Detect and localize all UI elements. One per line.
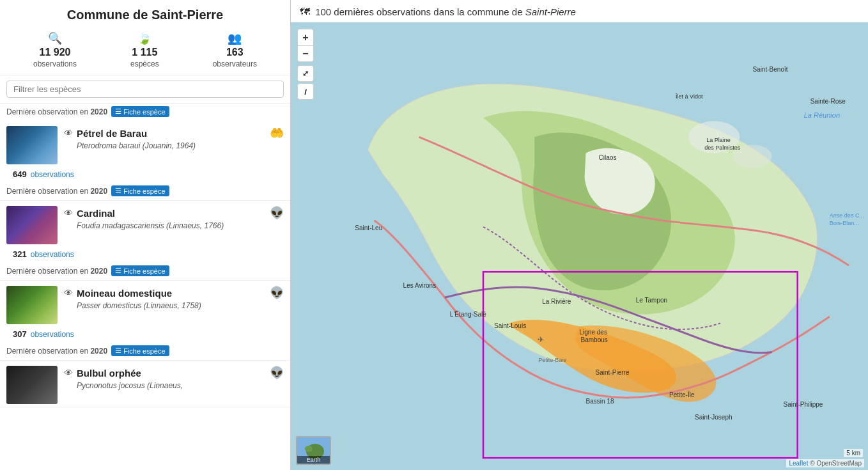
obs-number: 11 920 <box>40 47 71 58</box>
svg-text:Sainte-Rose: Sainte-Rose <box>810 98 846 105</box>
species-common-name: Bulbul orphée <box>77 368 141 379</box>
svg-text:Anse des C...: Anse des C... <box>830 212 864 219</box>
species-info: 👁 Moineau domestique 👽 Passer domesticus… <box>64 286 284 313</box>
species-scientific: Passer domesticus (Linnaeus, 1758) <box>77 301 284 310</box>
svg-text:Saint-Louis: Saint-Louis <box>494 322 526 329</box>
svg-text:Petite-Île: Petite-Île <box>669 391 695 398</box>
eye-icon: 👁 <box>64 128 73 138</box>
osm-attribution: © OpenStreetMap <box>810 460 862 467</box>
species-entry-3: 👁 Moineau domestique 👽 Passer domesticus… <box>0 281 290 361</box>
species-info: 👁 Cardinal 👽 Foudia madagascariensis (Li… <box>64 206 284 233</box>
last-obs-row: Dernière observation en 2020 ☰ Fiche esp… <box>0 343 290 360</box>
species-extra-icon: 👽 <box>270 366 284 380</box>
species-info: 👁 Bulbul orphée 👽 Pycnonotus jocosus (Li… <box>64 366 284 393</box>
map-container[interactable]: ✈ Saint-Benoît Îlet à Vidot Cilaos La Pl… <box>291 22 868 470</box>
species-scientific: Pycnonotus jocosus (Linnaeus, <box>77 381 284 390</box>
earth-label: Earth <box>297 456 330 464</box>
obs-count: 307 <box>13 329 27 339</box>
left-panel: Commune de Saint-Pierre 🔍 11 920 observa… <box>0 0 291 470</box>
fiche-button[interactable]: ☰ Fiche espèce <box>111 185 169 196</box>
top-fiche-button[interactable]: ☰ Fiche espèce <box>111 106 169 117</box>
right-panel: 🗺 100 dernières observations dans la com… <box>291 0 868 470</box>
observateurs-label: observateurs <box>213 59 257 68</box>
obs-count-label: observations <box>31 170 74 179</box>
species-image <box>6 206 58 244</box>
leaf-icon: 🍃 <box>137 31 151 45</box>
list-icon: ☰ <box>115 107 121 116</box>
species-main-row: 👁 Bulbul orphée 👽 Pycnonotus jocosus (Li… <box>0 361 290 407</box>
svg-text:Les Avirons: Les Avirons <box>403 282 437 289</box>
map-controls: + − ⤢ i <box>297 29 314 100</box>
obs-count-label: observations <box>31 330 74 339</box>
svg-text:Petite-Baie: Petite-Baie <box>538 357 566 363</box>
info-button[interactable]: i <box>297 83 314 100</box>
svg-text:Cilaos: Cilaos <box>599 154 617 161</box>
svg-text:Bois-Blan...: Bois-Blan... <box>830 220 859 226</box>
svg-text:Îlet à Vidot: Îlet à Vidot <box>675 93 703 100</box>
species-scientific: Foudia madagascariensis (Linnaeus, 1766) <box>77 221 284 230</box>
search-icon: 🔍 <box>48 31 62 45</box>
species-entry-2: 👁 Cardinal 👽 Foudia madagascariensis (Li… <box>0 201 290 281</box>
species-extra-icon: 👽 <box>270 286 284 300</box>
especes-label: espèces <box>130 59 159 68</box>
species-entry-4: 👁 Bulbul orphée 👽 Pycnonotus jocosus (Li… <box>0 361 290 407</box>
svg-text:L'Étang-Salé: L'Étang-Salé <box>450 310 486 318</box>
svg-text:Bassin 18: Bassin 18 <box>586 398 614 405</box>
species-name-row: 👁 Pétrel de Barau 🤲 <box>64 126 284 140</box>
species-extra-icon: 🤲 <box>270 126 284 140</box>
stats-row: 🔍 11 920 observations 🍃 1 115 espèces 👥 … <box>0 27 290 75</box>
page-title: Commune de Saint-Pierre <box>0 0 290 27</box>
species-entry-1: 👁 Pétrel de Barau 🤲 Pterodroma baraui (J… <box>0 121 290 201</box>
species-image <box>6 126 58 164</box>
species-name-row: 👁 Moineau domestique 👽 <box>64 286 284 300</box>
earth-thumbnail[interactable]: Earth <box>296 436 331 465</box>
eye-icon: 👁 <box>64 208 73 218</box>
eye-icon: 👁 <box>64 288 73 298</box>
species-list: 👁 Pétrel de Barau 🤲 Pterodroma baraui (J… <box>0 121 290 470</box>
map-attribution: Leaflet © OpenStreetMap <box>786 459 864 467</box>
svg-text:La Plaine: La Plaine <box>706 137 731 143</box>
fiche-button[interactable]: ☰ Fiche espèce <box>111 265 169 276</box>
obs-count: 321 <box>13 249 27 259</box>
svg-text:Saint-Leu: Saint-Leu <box>355 224 382 231</box>
filter-input[interactable] <box>6 81 284 98</box>
species-main-row: 👁 Cardinal 👽 Foudia madagascariensis (Li… <box>0 201 290 247</box>
species-main-row: 👁 Pétrel de Barau 🤲 Pterodroma baraui (J… <box>0 121 290 167</box>
species-common-name: Pétrel de Barau <box>77 128 147 139</box>
filter-bar <box>0 75 290 104</box>
obs-label: observations <box>33 59 77 68</box>
last-obs-text: Dernière observation en 2020 <box>6 347 107 356</box>
svg-text:Le Tampon: Le Tampon <box>636 297 667 304</box>
zoom-in-button[interactable]: + <box>297 29 314 45</box>
list-icon: ☰ <box>115 187 121 195</box>
species-image <box>6 366 58 404</box>
map-header-icon: 🗺 <box>300 6 310 17</box>
svg-text:✈: ✈ <box>538 336 544 345</box>
species-scientific: Pterodroma baraui (Jouanin, 1964) <box>77 141 284 150</box>
species-name-row: 👁 Bulbul orphée 👽 <box>64 366 284 380</box>
last-obs-row: Dernière observation en 2020 ☰ Fiche esp… <box>0 183 290 200</box>
stat-observateurs: 👥 163 observateurs <box>213 31 257 68</box>
stat-especes: 🍃 1 115 espèces <box>130 31 159 68</box>
obs-count-label: observations <box>31 250 74 259</box>
species-main-row: 👁 Moineau domestique 👽 Passer domesticus… <box>0 281 290 327</box>
fiche-button[interactable]: ☰ Fiche espèce <box>111 345 169 356</box>
svg-text:Saint-Benoît: Saint-Benoît <box>752 66 787 73</box>
obs-count-row: 321 observations <box>0 247 290 263</box>
obs-count: 649 <box>13 169 27 179</box>
svg-point-30 <box>305 446 313 452</box>
eye-icon: 👁 <box>64 368 73 378</box>
list-icon: ☰ <box>115 267 121 275</box>
svg-text:La Réunion: La Réunion <box>804 111 840 119</box>
svg-text:Saint-Joseph: Saint-Joseph <box>695 414 732 421</box>
species-common-name: Cardinal <box>77 208 115 219</box>
last-obs-row: Dernière observation en 2020 ☰ Fiche esp… <box>0 263 290 280</box>
especes-number: 1 115 <box>132 47 157 58</box>
species-name-row: 👁 Cardinal 👽 <box>64 206 284 220</box>
svg-text:La Rivière: La Rivière <box>542 298 571 305</box>
zoom-out-button[interactable]: − <box>297 45 314 62</box>
last-obs-text: Dernière observation en 2020 <box>6 267 107 276</box>
leaflet-link[interactable]: Leaflet <box>789 460 808 467</box>
map-header: 🗺 100 dernières observations dans la com… <box>291 0 868 22</box>
extent-button[interactable]: ⤢ <box>297 65 314 82</box>
